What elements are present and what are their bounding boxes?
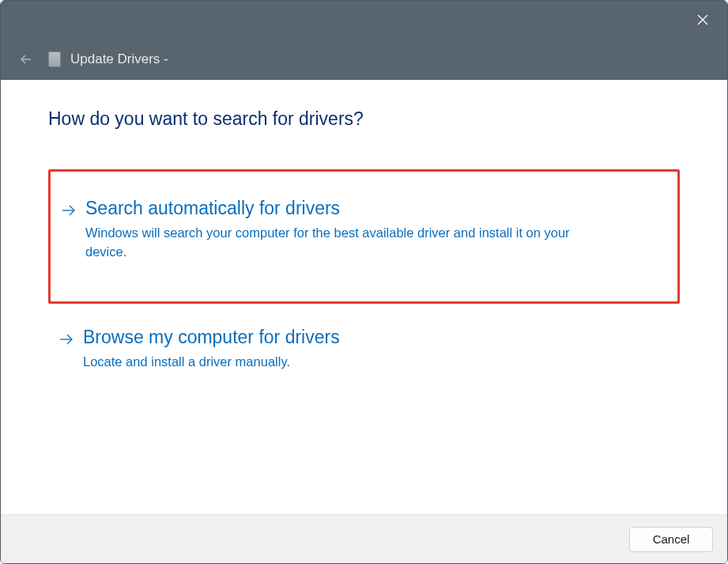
option-browse[interactable]: Browse my computer for drivers Locate an… <box>56 326 672 372</box>
option-search-auto-wrap: Search automatically for drivers Windows… <box>48 169 680 304</box>
close-button[interactable] <box>685 1 721 39</box>
option-auto-title: Search automatically for drivers <box>85 197 670 221</box>
footer: Cancel <box>1 514 727 563</box>
update-drivers-window: Update Drivers - How do you want to sear… <box>0 0 728 564</box>
option-auto-description: Windows will search your computer for th… <box>85 224 591 262</box>
option-search-auto[interactable]: Search automatically for drivers Windows… <box>58 197 670 262</box>
header-bar: Update Drivers - <box>1 39 727 80</box>
option-browse-wrap: Browse my computer for drivers Locate an… <box>48 320 680 392</box>
back-arrow-icon <box>19 52 33 66</box>
close-icon <box>697 14 708 25</box>
option-text: Browse my computer for drivers Locate an… <box>83 326 672 372</box>
titlebar <box>1 1 727 39</box>
arrow-right-icon <box>56 329 77 350</box>
back-button[interactable] <box>15 48 37 70</box>
device-icon <box>48 51 61 67</box>
window-title: Update Drivers - <box>70 51 168 67</box>
option-browse-description: Locate and install a driver manually. <box>83 353 589 372</box>
cancel-label: Cancel <box>653 532 690 546</box>
arrow-right-icon <box>58 200 79 221</box>
content-area: How do you want to search for drivers? S… <box>1 80 727 514</box>
cancel-button[interactable]: Cancel <box>629 527 713 552</box>
option-browse-title: Browse my computer for drivers <box>83 326 672 350</box>
page-heading: How do you want to search for drivers? <box>48 108 680 130</box>
option-text: Search automatically for drivers Windows… <box>85 197 670 262</box>
